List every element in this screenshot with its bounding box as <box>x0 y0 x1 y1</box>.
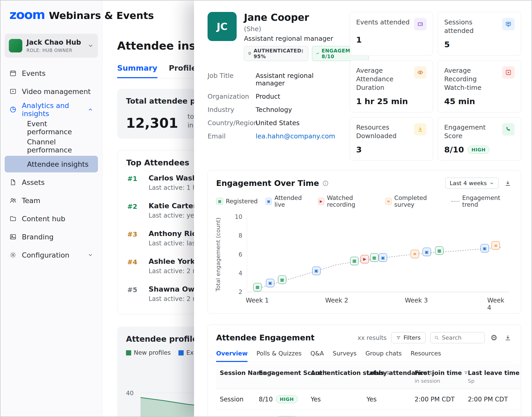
column-header-lobby-attendance[interactable]: Lobby attendance⇅ <box>363 364 411 389</box>
detail-label: Industry <box>208 106 256 113</box>
chart-marker-attended: ▣ <box>266 279 274 287</box>
attendee-engagement-table: Session Name⇅ Engagement Score⇅ Authenti… <box>216 364 521 416</box>
sidebar-item-analytics-and-insights[interactable]: Analytics and insights <box>5 101 98 118</box>
cell-engagement-score: 8/10HIGH <box>255 389 307 410</box>
sidebar-item-label: Content hub <box>22 215 65 223</box>
avatar: JC <box>208 12 237 41</box>
new-profiles-swatch <box>126 350 131 355</box>
cell-first-join-time: 2:00 PM CDT <box>411 410 464 417</box>
detail-value: United States <box>256 119 300 127</box>
tab-resources[interactable]: Resources <box>410 350 441 362</box>
sidebar-item-events[interactable]: Events <box>5 65 98 82</box>
hub-switcher[interactable]: Jack Chao Hub ROLE: HUB OWNER <box>5 34 98 58</box>
table-settings-button[interactable]: ⚙ <box>489 333 498 343</box>
sidebar-item-event-performance[interactable]: Event performance <box>5 119 98 136</box>
stat-label: Average Recording Watch-time <box>444 66 499 92</box>
trend-up-icon <box>316 51 320 56</box>
y-axis-title: Total engagement (count) <box>215 217 221 291</box>
tab-qa[interactable]: Q&A <box>310 350 324 362</box>
table-row[interactable]: Session 7/10HIGH No Yes 2:00 PM CDT 2:00… <box>216 410 521 417</box>
rank-badge: #5 <box>127 285 142 294</box>
cell-session-name: Session <box>216 389 255 410</box>
stat-card-events-attended: Events attended 1 <box>350 12 433 56</box>
hub-avatar <box>9 39 22 52</box>
y-axis-label: 10 <box>231 213 242 220</box>
column-header-session-name[interactable]: Session Name⇅ <box>216 364 255 389</box>
cell-authentication-status: No <box>307 410 363 417</box>
analytics-icon <box>9 106 17 113</box>
sidebar-item-configuration[interactable]: Configuration <box>5 247 98 263</box>
sidebar-item-label: Configuration <box>22 251 69 259</box>
hub-meta: Jack Chao Hub ROLE: HUB OWNER <box>26 38 83 53</box>
cell-authentication-status: Yes <box>307 389 363 410</box>
results-count: xx results <box>358 334 387 341</box>
existing-profiles-swatch <box>178 350 184 355</box>
stat-value: 5 <box>444 40 450 49</box>
download-chart-button[interactable] <box>503 179 513 188</box>
tab-surveys[interactable]: Surveys <box>333 350 357 362</box>
x-axis: Week 1 Week 2 Week 3 Week 4 <box>247 295 509 306</box>
sidebar-item-label: Video management <box>22 88 91 96</box>
sidebar-item-label: Attendee insights <box>27 160 89 168</box>
attendee-engagement-card: Attendee Engagement xx results Filters ⚙ <box>208 325 521 416</box>
sidebar-item-channel-performance[interactable]: Channel performance <box>5 138 98 154</box>
search-input[interactable] <box>442 334 481 341</box>
tab-summary[interactable]: Summary <box>117 64 157 78</box>
chevron-up-icon <box>88 107 93 112</box>
sidebar-item-label: Branding <box>22 233 54 241</box>
y-axis-label: 40 <box>126 390 134 396</box>
rank-badge: #1 <box>127 174 142 183</box>
sidebar: Jack Chao Hub ROLE: HUB OWNER Events Vid… <box>1 1 102 416</box>
ticket-icon <box>414 18 427 30</box>
sidebar-item-assets[interactable]: Assets <box>5 174 98 191</box>
stat-label: Events attended <box>356 18 410 30</box>
attendee-name: Katie Carter <box>149 202 197 210</box>
column-header-engagement-score[interactable]: Engagement Score⇅ <box>255 364 307 389</box>
time-range-select[interactable]: Last 4 weeks <box>445 178 498 189</box>
detail-value: Product <box>256 93 280 100</box>
sidebar-item-label: Channel performance <box>27 138 93 154</box>
chart-marker-registered: ▦ <box>278 275 286 284</box>
column-header-truncated[interactable]: ToSp <box>517 364 521 389</box>
filters-button[interactable]: Filters <box>391 332 425 343</box>
cell-session-name: Session <box>216 410 255 417</box>
column-header-first-join-time[interactable]: First join timein session <box>411 364 464 389</box>
chevron-down-icon <box>88 252 93 258</box>
phone-icon <box>502 123 515 136</box>
tab-group-chats[interactable]: Group chats <box>365 350 402 362</box>
brand-header: zoom Webinars & Events <box>9 7 154 22</box>
score-badge: HIGH <box>276 416 298 416</box>
sidebar-item-content-hub[interactable]: Content hub <box>5 210 98 227</box>
filter-icon <box>396 335 401 340</box>
cell-lobby-attendance: Yes <box>363 410 411 417</box>
download-icon <box>504 180 511 187</box>
tab-polls-quizzes[interactable]: Polls & Quizzes <box>256 350 302 362</box>
engagement-over-time-card: Engagement Over Time Last 4 weeks ▦Regis… <box>208 170 521 314</box>
video-icon <box>9 88 17 95</box>
table-title: Attendee Engagement <box>216 333 315 342</box>
sidebar-item-branding[interactable]: Branding <box>5 228 98 245</box>
email-link[interactable]: lea.hahn@company.com <box>256 132 335 140</box>
stat-card-average-attendance-duration: Average Attendance Duration 1 hr 25 min <box>350 60 433 112</box>
sidebar-item-video-management[interactable]: Video management <box>5 83 98 100</box>
cell-last-leave-time: 2:00 PM CDT <box>464 389 517 410</box>
tab-overview[interactable]: Overview <box>216 350 248 362</box>
x-axis-label: Week 1 <box>246 297 269 304</box>
sidebar-item-team[interactable]: Team <box>5 192 98 209</box>
engagement-level-badge: HIGH <box>468 146 489 154</box>
gear-icon: ⚙ <box>490 334 497 342</box>
stat-label: Resources Downloaded <box>356 123 411 140</box>
cell-engagement-score: 7/10HIGH <box>255 410 307 417</box>
folder-icon <box>9 215 17 222</box>
app-title: Webinars & Events <box>49 10 154 21</box>
download-table-button[interactable] <box>503 333 513 342</box>
table-row[interactable]: Session 8/10HIGH Yes Yes 2:00 PM CDT 2:0… <box>216 389 521 410</box>
zoom-logo: zoom <box>9 7 45 22</box>
column-header-authentication-status[interactable]: Authentication status⇅ <box>307 364 363 389</box>
info-icon[interactable] <box>322 180 329 187</box>
column-header-last-leave-time[interactable]: Last leave timeSp <box>464 364 517 389</box>
stat-card-average-recording-watch-time: Average Recording Watch-time 45 min <box>438 60 521 112</box>
eye-icon <box>414 66 427 79</box>
sidebar-item-attendee-insights[interactable]: Attendee insights <box>5 156 98 172</box>
attendee-name: Anthony Rios <box>149 230 201 238</box>
